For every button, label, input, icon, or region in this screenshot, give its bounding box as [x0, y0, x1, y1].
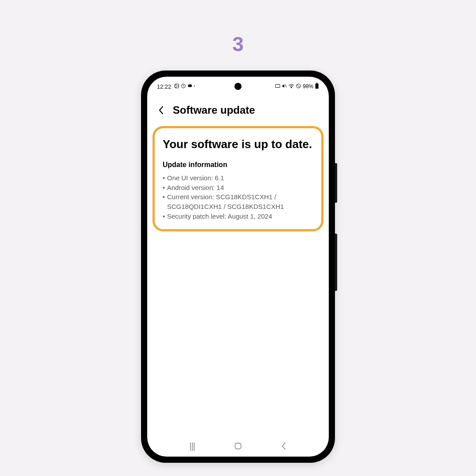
app-header: Software update [147, 93, 329, 123]
nav-recents-button[interactable]: ||| [181, 439, 203, 453]
status-notification-icons: · [174, 83, 195, 89]
svg-point-1 [175, 85, 176, 86]
more-icon: · [194, 83, 195, 89]
wifi-icon [288, 83, 294, 89]
svg-point-6 [291, 87, 292, 88]
update-info-heading: Update information [163, 161, 313, 169]
svg-rect-11 [235, 443, 241, 449]
image-icon [174, 83, 179, 89]
chevron-left-icon [281, 442, 287, 450]
status-bar-left: 12:22 · [157, 83, 195, 90]
phone-power-button [335, 234, 337, 291]
nav-back-button[interactable] [273, 439, 295, 453]
svg-rect-9 [316, 83, 319, 89]
message-icon [187, 83, 193, 89]
update-status-message: Your software is up to date. [163, 137, 313, 152]
battery-percent: 98% [303, 83, 313, 89]
nav-home-button[interactable] [227, 439, 249, 453]
update-info-list: One UI version: 6.1 Android version: 14 … [163, 173, 313, 221]
list-item: Current version: SCG18KDS1CXH1 / SCG18QD… [163, 192, 313, 212]
mute-icon [282, 83, 287, 89]
svg-rect-10 [316, 83, 318, 83]
camera-notch [234, 83, 242, 90]
battery-icon [315, 83, 319, 90]
phone-screen: 12:22 · [147, 77, 329, 457]
phone-volume-button [335, 163, 337, 203]
no-signal-icon [296, 83, 301, 89]
status-time: 12:22 [157, 83, 171, 90]
chevron-left-icon [158, 106, 164, 115]
list-item: One UI version: 6.1 [163, 173, 313, 183]
list-item: Security patch level: August 1, 2024 [163, 212, 313, 221]
phone-frame: 12:22 · [141, 71, 335, 463]
step-number: 3 [232, 32, 244, 56]
card-icon [275, 84, 280, 89]
update-info-card: Your software is up to date. Update info… [152, 126, 324, 231]
svg-rect-3 [188, 85, 192, 87]
navigation-bar: ||| [147, 435, 329, 457]
page-title: Software update [173, 104, 255, 116]
list-item: Android version: 14 [163, 183, 313, 193]
clock-icon [181, 83, 186, 89]
svg-line-8 [297, 85, 300, 87]
home-icon [234, 442, 242, 450]
svg-rect-4 [275, 85, 280, 88]
svg-line-5 [285, 85, 286, 87]
recents-icon: ||| [190, 441, 195, 451]
back-button[interactable] [156, 105, 167, 115]
status-bar-right: 98% [275, 83, 319, 90]
